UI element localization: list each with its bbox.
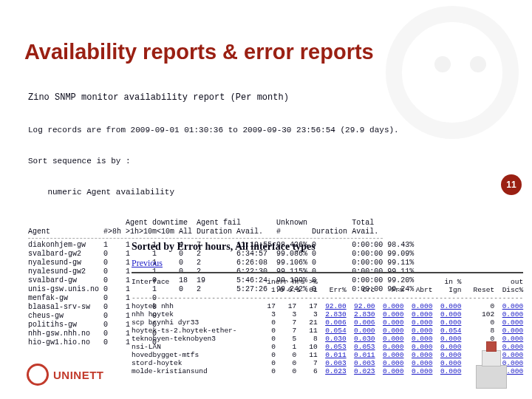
report2-caption: Sorted by Error hours, All interface typ…: [132, 241, 523, 253]
previous-link[interactable]: Previous: [132, 258, 163, 268]
error-hours-report: Sorted by Error hours, All interface typ…: [132, 241, 523, 375]
report1-meta-sort2: numeric Agent availability: [28, 188, 516, 197]
table-row: teknobyen-teknobyen30580.0300.0300.0000.…: [132, 335, 527, 343]
report1-header: Zino SNMP monitor availability report (P…: [28, 93, 516, 102]
slide-title: Availability reports & error reports: [24, 40, 374, 64]
report1-meta-dates: Log records are from 2009-09-01 01:30:36…: [28, 126, 516, 134]
table-row: molde-kristiansund0060.0230.0230.0000.00…: [132, 367, 527, 375]
table-row: hoytek-ts-2.hoytek-ether-07110.0540.0000…: [132, 327, 527, 335]
uninett-logo: UNINETT: [27, 364, 104, 386]
table-row: hovedbygget-mtfs00110.0110.0110.0000.000…: [132, 351, 527, 359]
report1-meta-sort1: Sort sequence is by :: [28, 157, 516, 166]
table-row: hoytek nhh17171792.0092.000.0000.0000.00…: [132, 302, 527, 310]
error-hours-table: Interface inerr hrs >% in % out 1.0 0.1 …: [132, 278, 527, 375]
tower-icon: [471, 343, 510, 389]
table-row: stord-hoytek0070.0030.0030.0000.0000.000…: [132, 359, 527, 367]
table-row: nsi-LAN01100.0530.0530.0000.0000.00000.0…: [132, 343, 527, 351]
logo-ring-icon: [27, 364, 49, 386]
logo-text: UNINETT: [53, 369, 104, 381]
table-row: nhh hoytek3332.8302.8300.0000.0000.00010…: [132, 310, 527, 318]
table-row: scp brynhi dyr3307210.0060.0060.0000.000…: [132, 318, 527, 327]
